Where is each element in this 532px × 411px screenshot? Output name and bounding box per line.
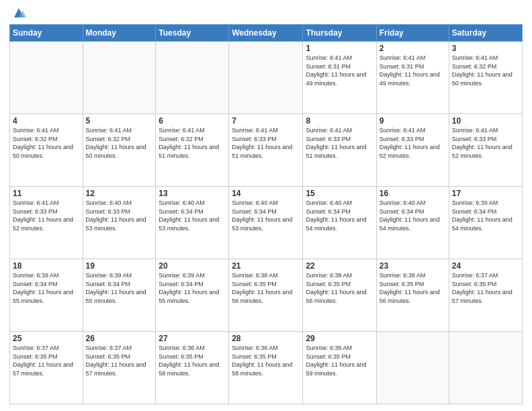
week-row-5: 25Sunrise: 6:37 AM Sunset: 6:35 PM Dayli… bbox=[10, 332, 523, 404]
day-info: Sunrise: 6:41 AM Sunset: 6:33 PM Dayligh… bbox=[380, 126, 446, 160]
day-number: 12 bbox=[86, 189, 153, 198]
calendar-cell: 4Sunrise: 6:41 AM Sunset: 6:32 PM Daylig… bbox=[10, 114, 83, 187]
day-info: Sunrise: 6:41 AM Sunset: 6:32 PM Dayligh… bbox=[452, 54, 519, 87]
day-number: 22 bbox=[306, 261, 373, 271]
day-info: Sunrise: 6:37 AM Sunset: 6:35 PM Dayligh… bbox=[86, 344, 153, 377]
day-info: Sunrise: 6:41 AM Sunset: 6:33 PM Dayligh… bbox=[13, 199, 80, 232]
day-info: Sunrise: 6:36 AM Sunset: 6:35 PM Dayligh… bbox=[306, 344, 373, 377]
calendar-cell: 18Sunrise: 6:39 AM Sunset: 6:34 PM Dayli… bbox=[10, 259, 83, 332]
day-number: 18 bbox=[13, 261, 80, 271]
calendar-cell: 9Sunrise: 6:41 AM Sunset: 6:33 PM Daylig… bbox=[376, 114, 449, 187]
weekday-saturday: Saturday bbox=[449, 25, 522, 42]
calendar-cell: 1Sunrise: 6:41 AM Sunset: 6:31 PM Daylig… bbox=[303, 42, 376, 114]
day-number: 17 bbox=[452, 189, 519, 198]
logo-icon bbox=[11, 5, 26, 20]
weekday-header-row: SundayMondayTuesdayWednesdayThursdayFrid… bbox=[10, 25, 523, 42]
calendar-cell: 27Sunrise: 6:36 AM Sunset: 6:35 PM Dayli… bbox=[156, 332, 229, 404]
weekday-monday: Monday bbox=[83, 25, 156, 42]
day-number: 1 bbox=[306, 44, 373, 53]
day-info: Sunrise: 6:39 AM Sunset: 6:34 PM Dayligh… bbox=[452, 199, 519, 232]
calendar-cell bbox=[376, 332, 449, 404]
day-number: 27 bbox=[159, 334, 226, 343]
day-info: Sunrise: 6:40 AM Sunset: 6:34 PM Dayligh… bbox=[159, 199, 226, 232]
calendar-cell: 23Sunrise: 6:38 AM Sunset: 6:35 PM Dayli… bbox=[376, 259, 449, 332]
day-number: 5 bbox=[86, 116, 153, 126]
calendar-cell: 28Sunrise: 6:36 AM Sunset: 6:35 PM Dayli… bbox=[229, 332, 303, 404]
day-info: Sunrise: 6:36 AM Sunset: 6:35 PM Dayligh… bbox=[232, 344, 300, 377]
weekday-thursday: Thursday bbox=[303, 25, 376, 42]
calendar-cell: 21Sunrise: 6:38 AM Sunset: 6:35 PM Dayli… bbox=[229, 259, 303, 332]
day-info: Sunrise: 6:41 AM Sunset: 6:31 PM Dayligh… bbox=[306, 54, 373, 87]
week-row-4: 18Sunrise: 6:39 AM Sunset: 6:34 PM Dayli… bbox=[10, 259, 523, 332]
calendar-cell: 26Sunrise: 6:37 AM Sunset: 6:35 PM Dayli… bbox=[83, 332, 156, 404]
calendar-cell: 22Sunrise: 6:38 AM Sunset: 6:35 PM Dayli… bbox=[303, 259, 376, 332]
weekday-tuesday: Tuesday bbox=[156, 25, 229, 42]
calendar-cell: 5Sunrise: 6:41 AM Sunset: 6:32 PM Daylig… bbox=[83, 114, 156, 187]
day-number: 10 bbox=[452, 116, 519, 126]
weekday-friday: Friday bbox=[376, 25, 449, 42]
day-info: Sunrise: 6:37 AM Sunset: 6:35 PM Dayligh… bbox=[452, 271, 519, 305]
day-number: 19 bbox=[86, 261, 153, 271]
day-number: 20 bbox=[159, 261, 226, 271]
calendar-cell: 12Sunrise: 6:40 AM Sunset: 6:33 PM Dayli… bbox=[83, 187, 156, 259]
day-number: 3 bbox=[452, 44, 519, 53]
week-row-3: 11Sunrise: 6:41 AM Sunset: 6:33 PM Dayli… bbox=[10, 187, 523, 259]
day-info: Sunrise: 6:39 AM Sunset: 6:34 PM Dayligh… bbox=[86, 271, 153, 305]
day-info: Sunrise: 6:40 AM Sunset: 6:33 PM Dayligh… bbox=[86, 199, 153, 232]
day-info: Sunrise: 6:40 AM Sunset: 6:34 PM Dayligh… bbox=[232, 199, 300, 232]
calendar-cell: 3Sunrise: 6:41 AM Sunset: 6:32 PM Daylig… bbox=[449, 42, 522, 114]
weekday-sunday: Sunday bbox=[10, 25, 83, 42]
day-number: 13 bbox=[159, 189, 226, 198]
calendar-cell: 13Sunrise: 6:40 AM Sunset: 6:34 PM Dayli… bbox=[156, 187, 229, 259]
day-info: Sunrise: 6:37 AM Sunset: 6:35 PM Dayligh… bbox=[13, 344, 80, 377]
day-number: 24 bbox=[452, 261, 519, 271]
calendar-cell: 11Sunrise: 6:41 AM Sunset: 6:33 PM Dayli… bbox=[10, 187, 83, 259]
day-info: Sunrise: 6:40 AM Sunset: 6:34 PM Dayligh… bbox=[306, 199, 373, 232]
calendar-cell: 20Sunrise: 6:39 AM Sunset: 6:34 PM Dayli… bbox=[156, 259, 229, 332]
day-info: Sunrise: 6:39 AM Sunset: 6:34 PM Dayligh… bbox=[159, 271, 226, 305]
calendar-cell: 8Sunrise: 6:41 AM Sunset: 6:33 PM Daylig… bbox=[303, 114, 376, 187]
day-number: 9 bbox=[380, 116, 446, 126]
day-number: 6 bbox=[159, 116, 226, 126]
day-number: 15 bbox=[306, 189, 373, 198]
day-info: Sunrise: 6:38 AM Sunset: 6:35 PM Dayligh… bbox=[380, 271, 446, 305]
calendar-cell: 29Sunrise: 6:36 AM Sunset: 6:35 PM Dayli… bbox=[303, 332, 376, 404]
calendar-cell bbox=[449, 332, 522, 404]
day-info: Sunrise: 6:41 AM Sunset: 6:33 PM Dayligh… bbox=[306, 126, 373, 160]
day-info: Sunrise: 6:36 AM Sunset: 6:35 PM Dayligh… bbox=[159, 344, 226, 377]
day-info: Sunrise: 6:38 AM Sunset: 6:35 PM Dayligh… bbox=[306, 271, 373, 305]
calendar-cell bbox=[10, 42, 83, 114]
calendar-cell: 6Sunrise: 6:41 AM Sunset: 6:32 PM Daylig… bbox=[156, 114, 229, 187]
day-number: 21 bbox=[232, 261, 300, 271]
week-row-1: 1Sunrise: 6:41 AM Sunset: 6:31 PM Daylig… bbox=[10, 42, 523, 114]
day-number: 4 bbox=[13, 116, 80, 126]
day-number: 23 bbox=[380, 261, 446, 271]
day-info: Sunrise: 6:38 AM Sunset: 6:35 PM Dayligh… bbox=[232, 271, 300, 305]
calendar-cell: 15Sunrise: 6:40 AM Sunset: 6:34 PM Dayli… bbox=[303, 187, 376, 259]
day-number: 16 bbox=[380, 189, 446, 198]
day-info: Sunrise: 6:41 AM Sunset: 6:31 PM Dayligh… bbox=[380, 54, 446, 87]
calendar-cell bbox=[156, 42, 229, 114]
day-number: 25 bbox=[13, 334, 80, 343]
day-number: 2 bbox=[380, 44, 446, 53]
day-info: Sunrise: 6:41 AM Sunset: 6:32 PM Dayligh… bbox=[86, 126, 153, 160]
calendar-cell: 17Sunrise: 6:39 AM Sunset: 6:34 PM Dayli… bbox=[449, 187, 522, 259]
day-number: 14 bbox=[232, 189, 300, 198]
calendar: SundayMondayTuesdayWednesdayThursdayFrid… bbox=[9, 24, 523, 404]
day-number: 7 bbox=[232, 116, 300, 126]
calendar-cell: 25Sunrise: 6:37 AM Sunset: 6:35 PM Dayli… bbox=[10, 332, 83, 404]
calendar-cell: 2Sunrise: 6:41 AM Sunset: 6:31 PM Daylig… bbox=[376, 42, 449, 114]
calendar-cell bbox=[83, 42, 156, 114]
calendar-cell: 19Sunrise: 6:39 AM Sunset: 6:34 PM Dayli… bbox=[83, 259, 156, 332]
calendar-cell: 10Sunrise: 6:41 AM Sunset: 6:33 PM Dayli… bbox=[449, 114, 522, 187]
header bbox=[9, 7, 523, 20]
day-info: Sunrise: 6:41 AM Sunset: 6:32 PM Dayligh… bbox=[159, 126, 226, 160]
day-info: Sunrise: 6:41 AM Sunset: 6:33 PM Dayligh… bbox=[452, 126, 519, 160]
day-info: Sunrise: 6:39 AM Sunset: 6:34 PM Dayligh… bbox=[13, 271, 80, 305]
calendar-cell: 14Sunrise: 6:40 AM Sunset: 6:34 PM Dayli… bbox=[229, 187, 303, 259]
day-number: 8 bbox=[306, 116, 373, 126]
calendar-cell bbox=[229, 42, 303, 114]
day-number: 11 bbox=[13, 189, 80, 198]
calendar-cell: 16Sunrise: 6:40 AM Sunset: 6:34 PM Dayli… bbox=[376, 187, 449, 259]
day-number: 29 bbox=[306, 334, 373, 343]
